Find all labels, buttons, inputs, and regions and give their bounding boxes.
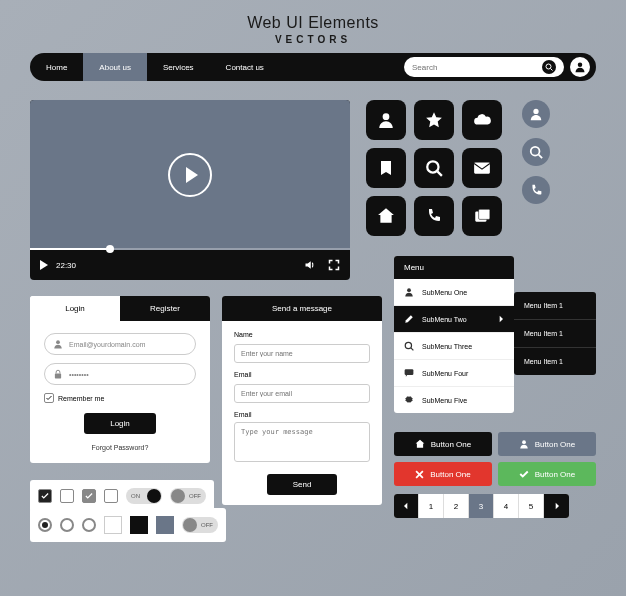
bookmark-icon[interactable] bbox=[366, 148, 406, 188]
button-grid: Button One Button One Button One Button … bbox=[394, 432, 596, 486]
message-card: Send a message Name Email Email Send bbox=[222, 296, 382, 505]
mail-icon[interactable] bbox=[462, 148, 502, 188]
svg-point-4 bbox=[427, 161, 438, 172]
tab-login[interactable]: Login bbox=[30, 296, 120, 321]
user-icon bbox=[404, 287, 414, 297]
menu-item-5[interactable]: SubMenu Five bbox=[394, 387, 514, 413]
chevron-right-icon bbox=[498, 315, 504, 323]
search-input[interactable] bbox=[412, 63, 542, 72]
submenu-flyout: Menu Item 1 Menu Item 1 Menu Item 1 bbox=[514, 292, 596, 375]
name-input[interactable] bbox=[234, 344, 370, 363]
button-green[interactable]: Button One bbox=[498, 462, 596, 486]
radio-off-1[interactable] bbox=[60, 518, 74, 532]
progress-bar[interactable] bbox=[30, 248, 350, 250]
name-label: Name bbox=[234, 331, 370, 338]
page-4[interactable]: 4 bbox=[494, 494, 519, 518]
cloud-icon[interactable] bbox=[462, 100, 502, 140]
svg-line-5 bbox=[437, 171, 442, 176]
swatch-black[interactable] bbox=[130, 516, 148, 534]
pencil-icon bbox=[404, 314, 414, 324]
nav-home[interactable]: Home bbox=[30, 53, 83, 81]
button-dark[interactable]: Button One bbox=[394, 432, 492, 456]
page-1[interactable]: 1 bbox=[419, 494, 444, 518]
checkbox-unchecked-2[interactable] bbox=[104, 489, 118, 503]
play-icon[interactable] bbox=[40, 260, 48, 270]
flyout-item-2[interactable]: Menu Item 1 bbox=[514, 320, 596, 348]
svg-point-3 bbox=[383, 113, 390, 120]
menu-item-4[interactable]: SubMenu Four bbox=[394, 360, 514, 387]
windows-icon[interactable] bbox=[462, 196, 502, 236]
page-title: Web UI Elements bbox=[0, 14, 626, 32]
page-subtitle: VECTORS bbox=[0, 34, 626, 45]
checkbox-checked-2[interactable] bbox=[82, 489, 96, 503]
tab-register[interactable]: Register bbox=[120, 296, 210, 321]
toggle-off[interactable]: OFF bbox=[170, 488, 206, 504]
search-icon bbox=[404, 341, 414, 351]
checkbox-checked-1[interactable] bbox=[38, 489, 52, 503]
phone-icon[interactable] bbox=[414, 196, 454, 236]
pagination: 1 2 3 4 5 bbox=[394, 494, 569, 518]
circle-user-icon[interactable] bbox=[522, 100, 550, 128]
gear-icon bbox=[404, 395, 414, 405]
menu-item-3[interactable]: SubMenu Three bbox=[394, 333, 514, 360]
checkbox-unchecked-1[interactable] bbox=[60, 489, 74, 503]
page-5[interactable]: 5 bbox=[519, 494, 544, 518]
play-button[interactable] bbox=[168, 153, 212, 197]
user-icon[interactable] bbox=[366, 100, 406, 140]
page-next[interactable] bbox=[544, 494, 569, 518]
nav-about[interactable]: About us bbox=[83, 53, 147, 81]
star-icon[interactable] bbox=[414, 100, 454, 140]
svg-point-12 bbox=[56, 340, 60, 344]
send-button[interactable]: Send bbox=[267, 474, 338, 495]
nav-contact[interactable]: Contact us bbox=[210, 53, 280, 81]
button-red[interactable]: Button One bbox=[394, 462, 492, 486]
svg-rect-8 bbox=[479, 209, 490, 219]
remember-checkbox[interactable]: Remember me bbox=[44, 393, 196, 403]
check-icon bbox=[519, 469, 529, 479]
flyout-item-3[interactable]: Menu Item 1 bbox=[514, 348, 596, 375]
svg-point-0 bbox=[546, 64, 551, 69]
swatch-white[interactable] bbox=[104, 516, 122, 534]
toggle-off-2[interactable]: OFF bbox=[182, 517, 218, 533]
circle-search-icon[interactable] bbox=[522, 138, 550, 166]
forgot-password-link[interactable]: Forgot Password? bbox=[44, 444, 196, 451]
svg-point-2 bbox=[578, 63, 583, 68]
page-prev[interactable] bbox=[394, 494, 419, 518]
toggle-on[interactable]: ON bbox=[126, 488, 162, 504]
message-textarea[interactable] bbox=[234, 422, 370, 462]
volume-icon[interactable] bbox=[304, 259, 316, 271]
svg-line-11 bbox=[539, 155, 543, 159]
chat-icon bbox=[404, 368, 414, 378]
svg-rect-17 bbox=[405, 369, 414, 375]
user-icon bbox=[519, 439, 529, 449]
user-icon bbox=[53, 339, 63, 349]
page-3[interactable]: 3 bbox=[469, 494, 494, 518]
search-icon-box[interactable] bbox=[414, 148, 454, 188]
fullscreen-icon[interactable] bbox=[328, 259, 340, 271]
password-field[interactable]: •••••••• bbox=[44, 363, 196, 385]
swatch-slate[interactable] bbox=[156, 516, 174, 534]
search-bar[interactable] bbox=[404, 57, 564, 77]
login-button[interactable]: Login bbox=[84, 413, 156, 434]
flyout-item-1[interactable]: Menu Item 1 bbox=[514, 292, 596, 320]
menu-item-1[interactable]: SubMenu One bbox=[394, 279, 514, 306]
menu-item-2[interactable]: SubMenu Two bbox=[394, 306, 514, 333]
email-field[interactable]: Email@yourdomain.com bbox=[44, 333, 196, 355]
search-icon[interactable] bbox=[542, 60, 556, 74]
radio-on-1[interactable] bbox=[38, 518, 52, 532]
svg-point-10 bbox=[531, 147, 540, 156]
email-input[interactable] bbox=[234, 384, 370, 403]
email-label: Email bbox=[234, 371, 370, 378]
radio-off-2[interactable] bbox=[82, 518, 96, 532]
menu-header: Menu bbox=[394, 256, 514, 279]
svg-point-9 bbox=[533, 109, 538, 114]
page-2[interactable]: 2 bbox=[444, 494, 469, 518]
lock-icon bbox=[53, 369, 63, 379]
circle-phone-icon[interactable] bbox=[522, 176, 550, 204]
button-slate[interactable]: Button One bbox=[498, 432, 596, 456]
nav-services[interactable]: Services bbox=[147, 53, 210, 81]
home-icon[interactable] bbox=[366, 196, 406, 236]
svg-line-1 bbox=[551, 69, 553, 71]
avatar-icon[interactable] bbox=[570, 57, 590, 77]
video-area[interactable] bbox=[30, 100, 350, 250]
